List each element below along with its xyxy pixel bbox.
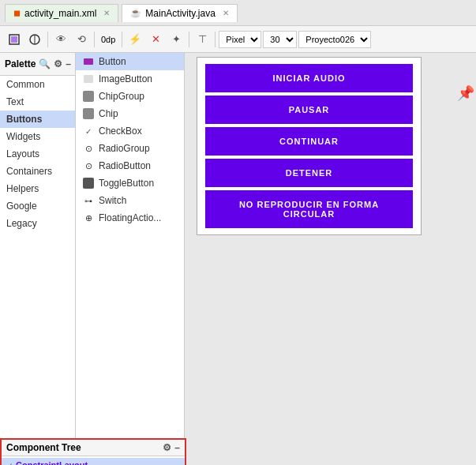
comp-chipgroup-label: ChipGroup: [99, 91, 144, 102]
design-icon: [8, 33, 21, 46]
btn-continuar[interactable]: CONTINUAR: [205, 127, 413, 156]
comp-chipgroup[interactable]: ChipGroup: [76, 88, 184, 105]
tree-gear-icon[interactable]: ⚙: [163, 442, 171, 453]
palette-categories: Common Text Buttons Widgets Layouts Cont…: [0, 76, 75, 438]
palette-item-legacy[interactable]: Legacy: [0, 215, 75, 232]
tree-root-label: ConstraintLayout: [16, 460, 88, 465]
fab-icon: ⊕: [82, 212, 95, 224]
toolbar-divider-2: [94, 32, 95, 47]
blueprint-mode-button[interactable]: [25, 30, 44, 49]
canvas-area: INICIAR AUDIO PAUSAR CONTINUAR DETENER N…: [185, 53, 476, 438]
toolbar-divider-5: [215, 32, 216, 47]
java-file-icon: ☕: [130, 8, 141, 18]
comp-switch[interactable]: ⊶ Switch: [76, 192, 184, 209]
palette-item-text[interactable]: Text: [0, 93, 75, 111]
tree-header: Component Tree ⚙ –: [2, 440, 185, 456]
tab-java-label: MainActivity.java: [145, 8, 215, 19]
imagebutton-icon: [82, 73, 95, 85]
comp-chip-label: Chip: [99, 108, 118, 119]
attributes-area: [186, 438, 476, 465]
error-button[interactable]: ✕: [146, 30, 165, 49]
toolbar-divider-4: [189, 32, 189, 47]
btn-no-reproducir[interactable]: NO REPRODUCIR EN FORMA CIRCULAR: [205, 190, 413, 228]
design-toolbar: 👁 ⟲ 0dp ⚡ ✕ ✦ ⊤ Pixel 30 Proyecto026: [0, 26, 476, 53]
palette-item-buttons[interactable]: Buttons: [0, 111, 75, 128]
offset-label: 0dp: [98, 35, 118, 44]
palette-item-widgets[interactable]: Widgets: [0, 128, 75, 145]
phone-buttons: INICIAR AUDIO PAUSAR CONTINUAR DETENER N…: [197, 58, 421, 234]
api-select[interactable]: 30: [263, 31, 297, 48]
comp-switch-label: Switch: [99, 195, 126, 206]
eye-button[interactable]: 👁: [51, 30, 70, 49]
palette-item-helpers[interactable]: Helpers: [0, 180, 75, 197]
palette-header: Palette 🔍 ⚙ –: [0, 53, 75, 76]
btn-detener[interactable]: DETENER: [205, 159, 413, 187]
palette-item-google[interactable]: Google: [0, 197, 75, 215]
comp-radiogroup-label: RadioGroup: [99, 143, 150, 154]
xml-file-icon: ◼: [13, 8, 21, 18]
palette-minimize-icon[interactable]: –: [66, 56, 71, 72]
btn-pausar[interactable]: PAUSAR: [205, 96, 413, 124]
component-tree-panel: Component Tree ⚙ – ↙ ConstraintLayout bu…: [0, 438, 186, 465]
comp-imagebutton[interactable]: ImageButton: [76, 70, 184, 88]
comp-button[interactable]: Button: [76, 53, 184, 70]
tree-minimize-icon[interactable]: –: [174, 442, 180, 453]
bottom-section: Component Tree ⚙ – ↙ ConstraintLayout bu…: [0, 438, 476, 465]
magic-button[interactable]: ✦: [167, 30, 186, 49]
comp-radiobutton-label: RadioButton: [99, 160, 151, 171]
phone-frame: INICIAR AUDIO PAUSAR CONTINUAR DETENER N…: [197, 57, 422, 235]
blueprint-icon: [28, 33, 41, 46]
toolbar-divider-3: [122, 32, 122, 47]
palette-panel: Palette 🔍 ⚙ – Common Text Buttons Widget…: [0, 53, 76, 438]
tree-root-constraintlayout[interactable]: ↙ ConstraintLayout: [2, 458, 185, 465]
design-mode-button[interactable]: [5, 30, 24, 49]
comp-togglebutton[interactable]: ToggleButton: [76, 174, 184, 192]
main-layout: Palette 🔍 ⚙ – Common Text Buttons Widget…: [0, 53, 476, 438]
chipgroup-icon: [82, 90, 95, 103]
component-list: Button ImageButton ChipGroup Chip ✓ Chec…: [76, 53, 185, 438]
tree-title: Component Tree: [6, 442, 159, 453]
title-bar: ◼ activity_main.xml ✕ ☕ MainActivity.jav…: [0, 0, 476, 26]
palette-item-layouts[interactable]: Layouts: [0, 145, 75, 163]
palette-item-common[interactable]: Common: [0, 76, 75, 93]
tab-xml-label: activity_main.xml: [24, 8, 96, 19]
palette-settings-icon[interactable]: ⚙: [54, 56, 62, 72]
togglebutton-icon: [82, 177, 95, 189]
checkbox-icon: ✓: [82, 125, 95, 137]
comp-button-label: Button: [99, 56, 126, 67]
comp-checkbox[interactable]: ✓ CheckBox: [76, 122, 184, 140]
align-button[interactable]: ⊤: [193, 30, 212, 49]
comp-chip[interactable]: Chip: [76, 105, 184, 122]
comp-imagebutton-label: ImageButton: [99, 73, 152, 84]
switch-icon: ⊶: [82, 194, 95, 207]
comp-floatingaction-label: FloatingActio...: [99, 212, 161, 223]
tree-root-icon: ↙: [6, 461, 13, 466]
tab-xml-close[interactable]: ✕: [103, 9, 110, 17]
tab-java-close[interactable]: ✕: [223, 9, 229, 17]
comp-togglebutton-label: ToggleButton: [99, 178, 154, 189]
chip-icon: [82, 107, 95, 120]
comp-radiobutton[interactable]: ⊙ RadioButton: [76, 157, 184, 174]
tab-activity-xml[interactable]: ◼ activity_main.xml ✕: [5, 4, 118, 22]
svg-rect-1: [11, 36, 17, 43]
radiobutton-icon: ⊙: [82, 159, 95, 172]
orient-button[interactable]: ⟲: [72, 30, 91, 49]
btn-iniciar-audio[interactable]: INICIAR AUDIO: [205, 64, 413, 92]
palette-title: Palette: [5, 58, 36, 69]
palette-item-containers[interactable]: Containers: [0, 163, 75, 180]
connection-button[interactable]: ⚡: [126, 30, 144, 49]
comp-radiogroup[interactable]: ⊙ RadioGroup: [76, 140, 184, 157]
comp-floatingaction[interactable]: ⊕ FloatingActio...: [76, 209, 184, 227]
radiogroup-icon: ⊙: [82, 142, 95, 155]
pin-icon: 📌: [457, 84, 474, 102]
pixel-select[interactable]: Pixel: [219, 31, 261, 48]
comp-checkbox-label: CheckBox: [99, 126, 142, 137]
project-select[interactable]: Proyecto026: [298, 31, 371, 48]
tree-items: ↙ ConstraintLayout button "Iniciar audio…: [2, 456, 185, 465]
tab-mainactivity-java[interactable]: ☕ MainActivity.java ✕: [122, 4, 237, 22]
toolbar-divider-1: [47, 32, 48, 47]
palette-search-icon[interactable]: 🔍: [39, 56, 51, 72]
button-icon: [82, 55, 95, 68]
